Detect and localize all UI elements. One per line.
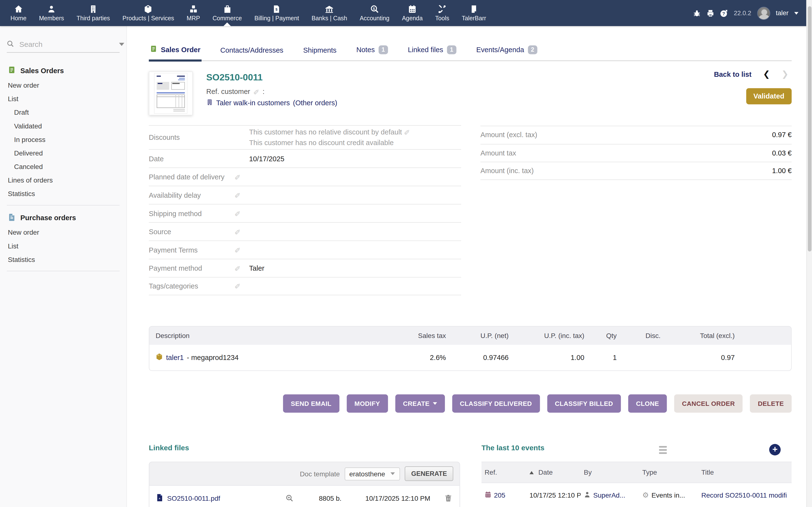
classify-billed-button[interactable]: CLASSIFY BILLED: [547, 394, 621, 413]
nav-billing-payment[interactable]: $ Billing | Payment: [248, 0, 305, 26]
document-preview-thumbnail[interactable]: [149, 71, 193, 115]
status-badge: Validated: [746, 88, 792, 104]
purchase-orders-section[interactable]: Purchase orders: [0, 210, 126, 225]
col-by[interactable]: By: [581, 468, 639, 476]
sidebar-item-lines-of-orders[interactable]: Lines of orders: [0, 173, 126, 187]
field-label: Payment method: [149, 264, 235, 272]
nav-third-parties[interactable]: Third parties: [70, 0, 116, 26]
ref-customer-line: Ref. customer ✎ :: [206, 88, 265, 95]
amount-row-excl-tax: Amount (excl. tax) 0.97 €: [480, 126, 792, 144]
sidebar-item-draft[interactable]: Draft: [0, 105, 126, 119]
add-event-control[interactable]: +: [769, 444, 781, 456]
chevron-down-icon: [433, 402, 437, 405]
amount-value: 1.00 €: [772, 167, 792, 175]
events-list-toggle[interactable]: [659, 446, 667, 454]
nav-tools[interactable]: Tools: [429, 0, 456, 26]
tab-events-agenda[interactable]: Events/Agenda 2: [475, 46, 538, 61]
col-type[interactable]: Type: [639, 468, 698, 476]
list-view-icon[interactable]: [659, 446, 667, 454]
tab-linked-files[interactable]: Linked files 1: [407, 46, 457, 61]
generate-button[interactable]: GENERATE: [405, 466, 453, 481]
doc-template-select[interactable]: eratosthene: [345, 467, 400, 480]
clone-button[interactable]: CLONE: [628, 394, 667, 413]
edit-pencil-icon[interactable]: ✎: [235, 191, 241, 199]
nav-label: Billing | Payment: [254, 15, 299, 21]
tab-shipments[interactable]: Shipments: [302, 46, 337, 60]
field-row-payment-terms: Payment Terms ✎: [149, 240, 461, 259]
action-button-bar: SEND EMAIL MODIFY CREATE CLASSIFY DELIVE…: [149, 394, 792, 413]
col-date[interactable]: Date: [526, 468, 581, 476]
nav-commerce[interactable]: Commerce: [206, 0, 248, 26]
scrollbar-thumb[interactable]: [808, 6, 812, 251]
edit-pencil-icon[interactable]: ✎: [235, 173, 241, 180]
previous-record-icon[interactable]: ❮: [763, 70, 770, 78]
nav-accounting[interactable]: $ Accounting: [354, 0, 396, 26]
next-record-icon[interactable]: ❯: [781, 70, 789, 78]
user-name[interactable]: taler: [776, 9, 789, 17]
nav-products-services[interactable]: Products | Services: [116, 0, 180, 26]
event-user-link[interactable]: SuperAd...: [593, 491, 625, 499]
field-row-source: Source ✎: [149, 222, 461, 241]
customer-link[interactable]: Taler walk-in customers: [216, 99, 290, 107]
tab-notes[interactable]: Notes 1: [355, 46, 389, 61]
delete-button[interactable]: DELETE: [750, 394, 792, 413]
sidebar-item-po-statistics[interactable]: Statistics: [0, 252, 126, 266]
search-input[interactable]: [18, 40, 115, 49]
tab-badge: 1: [447, 46, 457, 54]
nav-mrp[interactable]: MRP: [180, 0, 206, 26]
sidebar-divider: [7, 271, 120, 271]
sidebar-item-po-list[interactable]: List: [0, 239, 126, 252]
edit-pencil-icon[interactable]: ✎: [404, 128, 410, 135]
sidebar-item-canceled[interactable]: Canceled: [0, 160, 126, 173]
file-link[interactable]: SO2510-0011.pdf: [167, 494, 220, 502]
edit-pencil-icon[interactable]: ✎: [235, 246, 241, 253]
create-button[interactable]: CREATE: [395, 394, 445, 413]
scrollbar[interactable]: [806, 0, 812, 507]
sidebar-item-new-order[interactable]: New order: [0, 78, 126, 92]
tab-sales-order[interactable]: Sales Order: [149, 45, 202, 61]
amount-label: Amount (inc. tax): [480, 167, 534, 175]
tab-contacts-addresses[interactable]: Contacts/Addresses: [219, 46, 285, 60]
sidebar-item-po-new-order[interactable]: New order: [0, 225, 126, 239]
amount-label: Amount (excl. tax): [480, 131, 537, 139]
col-title[interactable]: Title: [698, 468, 792, 476]
nav-banks-cash[interactable]: Banks | Cash: [305, 0, 353, 26]
sidebar-item-validated[interactable]: Validated: [0, 119, 126, 132]
trash-icon[interactable]: [430, 494, 453, 502]
other-orders-link[interactable]: (Other orders): [293, 99, 337, 107]
modify-button[interactable]: MODIFY: [347, 394, 388, 413]
edit-pencil-icon[interactable]: ✎: [235, 282, 241, 289]
nav-agenda[interactable]: Agenda: [396, 0, 429, 26]
cancel-order-button[interactable]: CANCEL ORDER: [674, 394, 743, 413]
sidebar-item-delivered[interactable]: Delivered: [0, 146, 126, 160]
printer-icon[interactable]: [707, 9, 714, 17]
event-title-link[interactable]: Record SO2510-0011 modifi: [701, 491, 787, 499]
nav-talerbarr[interactable]: TalerBarr: [456, 0, 493, 26]
chevron-down-icon[interactable]: [794, 12, 799, 14]
edit-pencil-icon[interactable]: ✎: [235, 264, 241, 271]
help-icon[interactable]: ?: [720, 9, 728, 17]
nav-home[interactable]: Home: [0, 0, 33, 26]
product-link[interactable]: taler1: [166, 354, 184, 361]
edit-pencil-icon[interactable]: ✎: [235, 210, 241, 217]
nav-label: Third parties: [77, 15, 110, 21]
classify-delivered-button[interactable]: CLASSIFY DELIVERED: [452, 394, 540, 413]
bug-icon[interactable]: [693, 9, 701, 17]
last-events-title: The last 10 events: [481, 444, 545, 452]
event-ref-link[interactable]: 205: [494, 491, 505, 499]
sidebar-item-statistics[interactable]: Statistics: [0, 187, 126, 201]
sidebar-item-in-process[interactable]: In process: [0, 132, 126, 146]
col-ref[interactable]: Ref.: [481, 468, 526, 476]
send-email-button[interactable]: SEND EMAIL: [283, 394, 339, 413]
user-avatar[interactable]: [757, 6, 770, 19]
sidebar-item-list[interactable]: List: [0, 92, 126, 105]
search-dropdown-caret-icon[interactable]: [119, 43, 124, 46]
edit-pencil-icon[interactable]: ✎: [253, 88, 259, 95]
preview-zoom-icon[interactable]: [279, 494, 300, 502]
back-to-list-link[interactable]: Back to list: [714, 70, 752, 78]
sales-orders-section[interactable]: Sales Orders: [0, 63, 126, 78]
add-event-plus-icon[interactable]: +: [769, 444, 781, 456]
file-date: 10/17/2025 12:10 PM: [342, 494, 430, 502]
nav-members[interactable]: Members: [33, 0, 70, 26]
edit-pencil-icon[interactable]: ✎: [235, 228, 241, 235]
